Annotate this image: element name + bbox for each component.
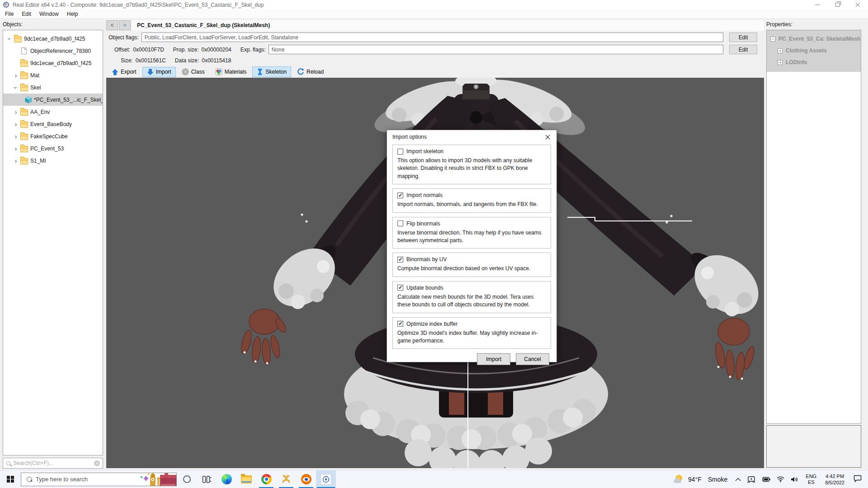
- tree-item[interactable]: Mat: [3, 69, 103, 81]
- dialog-title: Import options: [392, 134, 427, 140]
- cast-tray-button[interactable]: [744, 476, 759, 483]
- tree-item[interactable]: AA_Env: [3, 106, 103, 118]
- import-button[interactable]: Import: [142, 67, 176, 77]
- taskbar-search[interactable]: [21, 473, 177, 486]
- materials-button[interactable]: Materials: [211, 66, 251, 77]
- optimize-index-buffer-checkbox[interactable]: [397, 321, 403, 327]
- weather-condition: Smoke: [708, 476, 728, 483]
- weather-widget[interactable]: 94°F Smoke: [669, 474, 732, 484]
- edge-button[interactable]: [217, 470, 236, 488]
- chrome-button[interactable]: [256, 470, 276, 488]
- real-editor-window: Real Editor x64 v.2.40 - Composite: 9dc1…: [0, 0, 868, 488]
- properties-root-item[interactable]: PC_Event_53_Ca: SkeletalMesh: [767, 33, 861, 45]
- weather-temp: 94°F: [688, 476, 702, 483]
- real-editor-icon: [321, 474, 331, 485]
- expand-icon[interactable]: [778, 60, 783, 65]
- dialog-import-button[interactable]: Import: [477, 353, 510, 365]
- data-size-value: 0x00115418: [202, 57, 231, 64]
- binormals-by-uv-checkbox[interactable]: [397, 257, 403, 263]
- active-tab[interactable]: PC_Event_53_Castanic_F_Skel_dup (Skeleta…: [132, 20, 764, 31]
- tree-item[interactable]: 9dc1ecae_d7b9ad0_f425: [3, 33, 103, 45]
- tree-item[interactable]: PC_Event_53: [3, 142, 103, 155]
- file-explorer-button[interactable]: [236, 470, 256, 488]
- data-size-label: Data size:: [175, 57, 199, 64]
- export-button[interactable]: Export: [107, 67, 141, 77]
- chevron-right-icon[interactable]: [12, 133, 19, 140]
- clock[interactable]: 4:42 PM 8/5/2022: [821, 473, 849, 486]
- tree-item[interactable]: FakeSpecCube: [3, 130, 103, 142]
- mesh-cube-icon: [25, 96, 32, 103]
- battery-tray-button[interactable]: [759, 477, 774, 482]
- menu-edit[interactable]: Edit: [18, 9, 35, 19]
- tray-overflow-button[interactable]: [732, 478, 744, 481]
- tree-item[interactable]: ObjectReferencer_78380: [3, 45, 103, 57]
- tree-item[interactable]: Event_BaseBody: [3, 118, 103, 130]
- clear-search-icon[interactable]: [94, 460, 100, 466]
- chevron-down-icon[interactable]: [12, 84, 19, 91]
- cortana-button[interactable]: [177, 470, 197, 488]
- menu-window[interactable]: Window: [35, 9, 63, 19]
- properties-clothing-assets-item[interactable]: Clothing Assets: [767, 45, 861, 56]
- properties-lodinfo-item[interactable]: LODInfo: [767, 56, 861, 68]
- battery-icon: [762, 477, 770, 482]
- flip-binormals-checkbox[interactable]: [397, 221, 403, 226]
- wifi-tray-button[interactable]: [774, 476, 788, 482]
- option-import-normals: Import normals Import normals, binormals…: [392, 188, 551, 212]
- tree-item-selected[interactable]: *PC_Event_53_...ic_F_Skel_dup: [3, 94, 103, 106]
- date: 8/5/2022: [825, 479, 844, 486]
- palette-icon: [215, 68, 222, 75]
- chevron-right-icon[interactable]: [12, 121, 19, 128]
- folder-icon: [20, 122, 28, 128]
- reload-button[interactable]: Reload: [292, 66, 328, 77]
- update-bounds-checkbox[interactable]: [397, 285, 403, 291]
- tree-item[interactable]: 9dc1ecae_d7b9ad0_f425: [3, 57, 103, 69]
- language-indicator[interactable]: ENG ES: [802, 474, 821, 485]
- toolbar: Export Import Class Materials Skeleton R…: [107, 66, 330, 77]
- exp-flags-field[interactable]: [269, 45, 723, 54]
- chevron-right-icon[interactable]: [12, 157, 19, 164]
- task-view-button[interactable]: [197, 470, 217, 488]
- arrow-down-icon: [147, 69, 154, 75]
- collapse-icon[interactable]: [770, 37, 775, 42]
- class-button[interactable]: Class: [177, 66, 209, 77]
- real-editor-taskbar-button[interactable]: [316, 470, 336, 488]
- start-icon: [7, 476, 14, 483]
- chevron-right-icon[interactable]: [12, 108, 19, 116]
- taskbar-search-input[interactable]: [36, 476, 126, 483]
- object-flags-field[interactable]: [142, 33, 723, 42]
- object-flags-row: Object flags: Edit: [106, 33, 764, 42]
- expand-icon[interactable]: [778, 48, 783, 53]
- edit-object-flags-button[interactable]: Edit: [729, 33, 757, 42]
- folder-icon: [20, 73, 28, 79]
- blender-button[interactable]: [296, 470, 316, 488]
- minimize-button[interactable]: [807, 0, 827, 9]
- import-normals-checkbox[interactable]: [397, 192, 403, 198]
- menu-file[interactable]: File: [1, 9, 18, 19]
- import-skeleton-checkbox[interactable]: [397, 149, 403, 155]
- option-flip-binormals: Flip binormals Inverse binormal directio…: [392, 217, 551, 249]
- tree-item[interactable]: Skel: [3, 81, 103, 94]
- dialog-title-bar[interactable]: Import options: [387, 130, 557, 144]
- close-button[interactable]: [848, 0, 868, 9]
- folder-icon: [20, 134, 28, 140]
- edit-exp-flags-button[interactable]: Edit: [729, 45, 757, 54]
- action-center-button[interactable]: [849, 475, 868, 483]
- menu-help[interactable]: Help: [63, 9, 82, 19]
- umodel-button[interactable]: [276, 470, 296, 488]
- volume-tray-button[interactable]: [788, 476, 802, 483]
- nav-back-button[interactable]: <: [106, 20, 118, 30]
- restore-button[interactable]: [827, 0, 848, 9]
- start-button[interactable]: [0, 470, 21, 488]
- chevron-down-icon[interactable]: [6, 35, 13, 42]
- chevron-right-icon[interactable]: [12, 145, 19, 152]
- close-icon: [545, 135, 550, 140]
- dialog-cancel-button[interactable]: Cancel: [516, 353, 549, 365]
- chrome-icon: [261, 474, 272, 484]
- tree-item[interactable]: S1_MI: [3, 155, 103, 167]
- dialog-close-button[interactable]: [538, 130, 557, 144]
- skeleton-button[interactable]: Skeleton: [252, 66, 291, 77]
- chevron-right-icon[interactable]: [12, 72, 19, 79]
- nav-forward-button[interactable]: >: [119, 20, 131, 30]
- folder-icon: [20, 146, 28, 152]
- objects-search-input[interactable]: [13, 460, 94, 466]
